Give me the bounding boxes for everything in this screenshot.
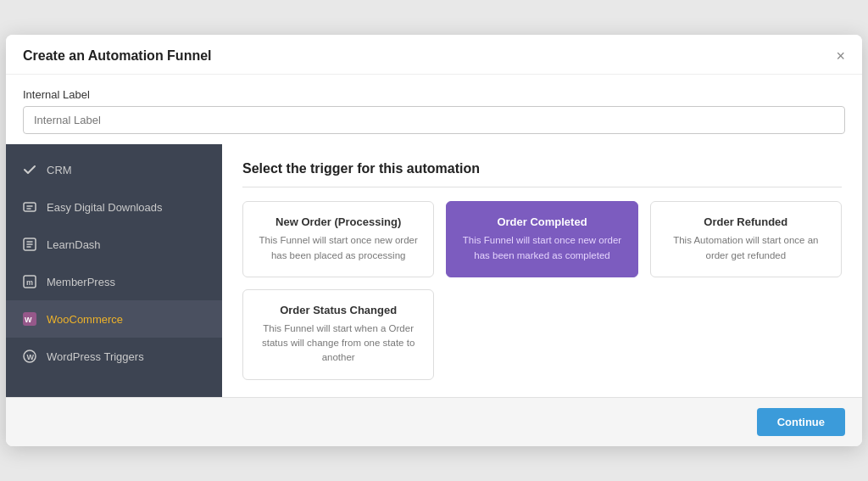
svg-text:W: W [27, 353, 35, 361]
check-icon [21, 161, 38, 178]
trigger-card-order-status-changed-desc: This Funnel will start when a Order stat… [257, 322, 420, 366]
sidebar-item-crm-label: CRM [47, 164, 72, 176]
modal-title: Create an Automation Funnel [23, 48, 212, 64]
trigger-card-order-status-changed-title: Order Status Changed [257, 304, 420, 316]
sidebar-item-wp-triggers[interactable]: W WordPress Triggers [6, 338, 222, 375]
label-section: Internal Label [6, 75, 862, 144]
edd-icon [21, 199, 38, 215]
svg-text:m: m [26, 278, 33, 287]
sidebar-item-memberpress[interactable]: m MemberPress [6, 263, 222, 300]
svg-rect-0 [24, 203, 36, 211]
svg-text:W: W [25, 316, 32, 324]
trigger-grid: New Order (Processing) This Funnel will … [242, 201, 842, 379]
learndash-icon [21, 236, 38, 253]
sidebar-item-learndash[interactable]: LearnDash [6, 226, 222, 263]
main-panel: Select the trigger for this automation N… [222, 144, 862, 396]
sidebar-item-crm[interactable]: CRM [6, 151, 222, 188]
trigger-card-order-refunded[interactable]: Order Refunded This Automation will star… [650, 201, 842, 277]
sidebar-item-edd[interactable]: Easy Digital Downloads [6, 188, 222, 226]
modal-body: Internal Label CRM [6, 75, 862, 396]
trigger-card-order-completed-desc: This Funnel will start once new order ha… [460, 233, 623, 263]
trigger-card-order-completed[interactable]: Order Completed This Funnel will start o… [446, 201, 637, 277]
sidebar-item-memberpress-label: MemberPress [47, 276, 115, 288]
modal: Create an Automation Funnel × Internal L… [6, 35, 862, 445]
content-area: CRM Easy Digital Downloads [6, 144, 862, 396]
sidebar: CRM Easy Digital Downloads [6, 144, 222, 396]
internal-label-text: Internal Label [23, 88, 845, 101]
internal-label-input[interactable] [23, 106, 845, 134]
sidebar-item-woocommerce-label: WooCommerce [47, 313, 123, 326]
close-button[interactable]: × [836, 48, 845, 64]
modal-footer: Continue [6, 397, 862, 446]
trigger-card-new-order-title: New Order (Processing) [257, 215, 420, 228]
modal-header: Create an Automation Funnel × [6, 35, 862, 75]
modal-overlay: Create an Automation Funnel × Internal L… [0, 0, 868, 481]
sidebar-item-woocommerce[interactable]: W WooCommerce [6, 300, 222, 338]
continue-button[interactable]: Continue [757, 408, 845, 436]
trigger-card-order-refunded-title: Order Refunded [665, 215, 827, 228]
woo-icon: W [21, 310, 38, 327]
trigger-card-order-refunded-desc: This Automation will start once an order… [665, 233, 827, 263]
trigger-card-order-status-changed[interactable]: Order Status Changed This Funnel will st… [242, 289, 434, 380]
sidebar-item-edd-label: Easy Digital Downloads [47, 201, 163, 214]
trigger-card-new-order[interactable]: New Order (Processing) This Funnel will … [242, 201, 434, 277]
sidebar-item-learndash-label: LearnDash [47, 238, 101, 251]
wp-icon: W [21, 348, 38, 365]
sidebar-item-wp-triggers-label: WordPress Triggers [47, 350, 144, 363]
trigger-card-order-completed-title: Order Completed [460, 215, 623, 228]
trigger-section-heading: Select the trigger for this automation [242, 161, 842, 187]
trigger-card-new-order-desc: This Funnel will start once new order ha… [257, 233, 420, 263]
memberpress-icon: m [21, 273, 38, 290]
